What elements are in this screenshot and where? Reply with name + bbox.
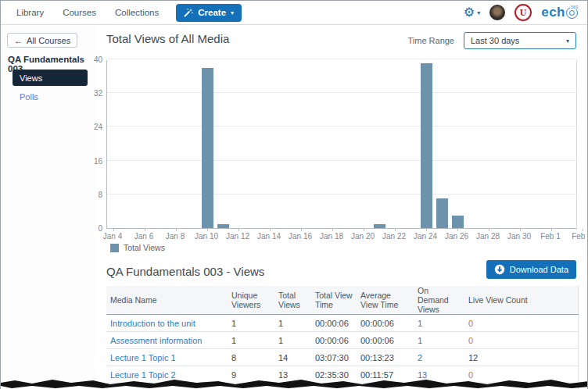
y-tick-label: 16 bbox=[77, 157, 102, 166]
x-tick-label: Jan 8 bbox=[158, 232, 192, 241]
value-cell: 1 bbox=[228, 332, 274, 349]
x-tick-label: Jan 14 bbox=[252, 232, 286, 241]
cloud-download-icon bbox=[494, 264, 505, 275]
app-window: Library Courses Collections Create ▾ ⚙ ▾… bbox=[0, 0, 588, 389]
legend-swatch bbox=[110, 244, 119, 252]
bar-jan-24[interactable] bbox=[421, 63, 432, 228]
media-name-cell: Lecture 1 Topic 1 bbox=[106, 349, 228, 366]
column-header: Unique Viewers bbox=[228, 286, 274, 315]
x-tick-mark bbox=[551, 229, 552, 231]
download-data-button[interactable]: Download Data bbox=[486, 260, 576, 279]
time-range-value: Last 30 days bbox=[471, 36, 519, 45]
gridline bbox=[107, 126, 576, 127]
bar-jan-10[interactable] bbox=[202, 68, 213, 228]
x-tick-label: Jan 20 bbox=[346, 232, 380, 241]
magic-wand-icon bbox=[184, 8, 193, 17]
x-tick-label: Jan 12 bbox=[220, 232, 255, 241]
value-cell: 2 bbox=[414, 349, 464, 366]
x-tick-mark bbox=[238, 229, 239, 231]
table-row: Introduction to the unit1100:00:0600:00:… bbox=[106, 315, 578, 332]
bar-jan-21[interactable] bbox=[374, 224, 385, 228]
chevron-down-icon: ▾ bbox=[566, 37, 569, 45]
all-courses-button[interactable]: ← All Courses bbox=[7, 33, 77, 48]
time-range-group: Time Range Last 30 days ▾ bbox=[407, 32, 576, 49]
all-courses-label: All Courses bbox=[27, 36, 70, 45]
time-range-dropdown[interactable]: Last 30 days ▾ bbox=[464, 32, 576, 49]
table-section-title: QA Fundamentals 003 - Views bbox=[106, 265, 264, 278]
table-row: Assessment information1100:00:0600:00:06… bbox=[106, 332, 578, 349]
x-tick-mark bbox=[332, 229, 333, 231]
media-link[interactable]: Lecture 1 Topic 1 bbox=[110, 353, 176, 362]
x-tick-mark bbox=[520, 229, 521, 231]
media-link[interactable]: Assessment information bbox=[110, 336, 202, 345]
top-navbar: Library Courses Collections Create ▾ ⚙ ▾… bbox=[1, 1, 587, 25]
chart-legend: Total Views bbox=[110, 243, 165, 252]
create-button[interactable]: Create ▾ bbox=[176, 4, 242, 22]
torn-edge-decoration bbox=[1, 378, 588, 389]
value-cell: 00:00:06 bbox=[357, 332, 414, 349]
sidebar-item-views[interactable]: Views bbox=[13, 70, 88, 86]
x-tick-mark bbox=[457, 229, 458, 231]
legend-label: Total Views bbox=[124, 243, 165, 252]
media-link[interactable]: Introduction to the unit bbox=[110, 319, 195, 328]
x-tick-label: Jan 26 bbox=[439, 232, 474, 241]
value-cell: 0 bbox=[464, 332, 578, 349]
x-tick-label: Jan 18 bbox=[314, 232, 349, 241]
x-tick-label: Jan 28 bbox=[471, 232, 505, 241]
x-tick-label: Jan 22 bbox=[377, 232, 411, 241]
value-cell: 12 bbox=[464, 349, 578, 366]
table-row: Lecture 1 Topic 181403:07:3000:13:23212 bbox=[106, 349, 578, 366]
x-tick-mark bbox=[270, 229, 271, 231]
value-cell: 00:13:23 bbox=[357, 349, 414, 366]
x-tick-mark bbox=[145, 229, 145, 231]
y-tick-label: 24 bbox=[77, 123, 102, 131]
value-cell: 8 bbox=[228, 349, 274, 366]
x-tick-label: Jan 6 bbox=[127, 232, 161, 241]
value-cell: 03:07:30 bbox=[311, 349, 357, 366]
institution-logo[interactable]: U bbox=[514, 4, 532, 21]
x-tick-mark bbox=[207, 229, 208, 231]
sidebar-item-polls[interactable]: Polls bbox=[20, 92, 38, 102]
total-views-bar-chart bbox=[106, 60, 577, 229]
x-tick-label: Jan 10 bbox=[189, 232, 224, 241]
y-tick-label: 40 bbox=[77, 55, 102, 64]
chart-y-axis-labels: 0816243240 bbox=[77, 60, 102, 229]
nav-library[interactable]: Library bbox=[16, 8, 44, 17]
x-tick-label: Jan 4 bbox=[95, 232, 130, 241]
value-cell: 1 bbox=[274, 315, 311, 332]
bar-jan-25[interactable] bbox=[436, 198, 448, 228]
echo-logo-text: ech bbox=[541, 5, 565, 20]
value-cell: 00:00:06 bbox=[311, 332, 357, 349]
bar-jan-26[interactable] bbox=[452, 216, 464, 228]
chevron-down-icon: ▾ bbox=[477, 9, 480, 16]
download-data-label: Download Data bbox=[510, 265, 568, 274]
bar-jan-11[interactable] bbox=[217, 224, 229, 228]
time-range-label: Time Range bbox=[407, 36, 454, 45]
column-header: Media Name bbox=[106, 286, 228, 315]
page-title: Total Views of All Media bbox=[106, 32, 229, 45]
value-cell: 00:00:06 bbox=[357, 315, 414, 332]
gridline bbox=[107, 92, 576, 93]
table-header-row: Media NameUnique ViewersTotal ViewsTotal… bbox=[106, 286, 578, 315]
x-tick-mark bbox=[583, 229, 583, 231]
echo-logo-o-inner bbox=[569, 10, 575, 16]
echo360-logo[interactable]: ech 360 bbox=[541, 5, 578, 20]
column-header: Total View Time bbox=[311, 286, 357, 315]
nav-collections[interactable]: Collections bbox=[115, 8, 159, 17]
x-tick-mark bbox=[426, 229, 427, 231]
echo-logo-o-ring: 360 bbox=[566, 7, 578, 19]
value-cell: 14 bbox=[274, 349, 311, 366]
value-cell: 1 bbox=[274, 332, 311, 349]
x-tick-mark bbox=[364, 229, 364, 231]
y-tick-label: 32 bbox=[77, 89, 102, 98]
value-cell: 0 bbox=[464, 315, 578, 332]
media-name-cell: Assessment information bbox=[106, 332, 228, 349]
gridline bbox=[107, 160, 576, 161]
value-cell: 1 bbox=[414, 332, 464, 349]
user-avatar[interactable] bbox=[489, 5, 505, 20]
nav-courses[interactable]: Courses bbox=[63, 8, 96, 17]
gridline bbox=[107, 194, 576, 194]
y-tick-label: 8 bbox=[77, 191, 102, 199]
value-cell: 1 bbox=[228, 315, 274, 332]
settings-menu[interactable]: ⚙ ▾ bbox=[464, 6, 480, 19]
